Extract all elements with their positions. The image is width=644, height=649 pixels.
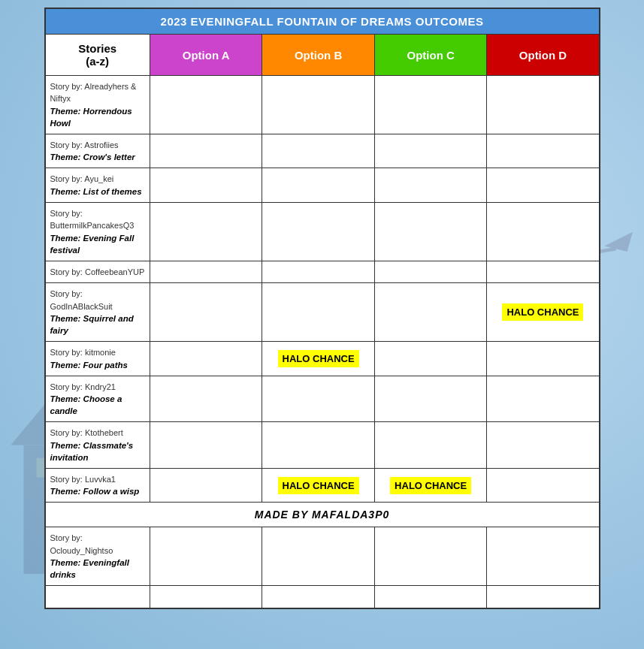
data-cell-optiona [150,527,262,586]
data-cell-optiond [487,134,600,168]
data-cell-optionc [374,283,487,342]
data-cell-optionc [374,342,487,376]
story-theme: Theme: Squirrel and fairy [50,314,134,335]
halo-chance-badge: HALO CHANCE [278,477,359,494]
table-row: Story by: AstrofiiesTheme: Crow's letter [45,134,600,168]
data-cell [487,586,600,608]
data-cell-optionc [374,202,487,261]
divider-row: MADE BY MAFALDA3P0 [45,503,600,527]
table-row: Story by: GodInABlackSuitTheme: Squirrel… [45,283,600,342]
table-row: Story by: Ocloudy_NightsoTheme: Eveningf… [45,527,600,586]
story-cell: Story by: AstrofiiesTheme: Crow's letter [45,134,150,168]
data-cell-optiona [150,376,262,422]
data-cell-optiond [487,261,600,282]
table-row: Story by: Kndry21Theme: Choose a candle [45,376,600,422]
story-author: Story by: Ktothebert [50,428,123,437]
story-theme: Theme: List of themes [50,187,142,196]
outcomes-table: 2023 EVENINGFALL FOUNTAIN OF DREAMS OUTC… [44,8,600,609]
data-cell-optionb [262,422,375,469]
story-cell: Story by: Ocloudy_NightsoTheme: Eveningf… [45,527,150,586]
data-cell-optionb [262,76,375,134]
story-author: Story by: Astrofiies [50,140,119,149]
story-cell: Story by: Luvvka1Theme: Follow a wisp [45,468,150,502]
title-row: 2023 EVENINGFALL FOUNTAIN OF DREAMS OUTC… [45,8,600,35]
data-cell-optionb: HALO CHANCE [262,342,375,376]
table-title: 2023 EVENINGFALL FOUNTAIN OF DREAMS OUTC… [45,8,600,35]
data-cell-optiond [487,342,600,376]
data-cell-optionc [374,134,487,168]
data-cell [150,586,262,608]
data-cell-optiond [487,376,600,422]
story-theme: Theme: Classmate's invitation [50,441,134,462]
data-cell-optiond [487,527,600,586]
data-cell-optionb [262,134,375,168]
data-cell-optiona [150,168,262,202]
data-cell-optiond [487,76,600,134]
data-cell-optiond [487,468,600,502]
story-theme: Theme: Horrendous Howl [50,107,132,128]
halo-chance-badge: HALO CHANCE [502,303,583,321]
table-row: Story by: ButtermilkPancakesQ3Theme: Eve… [45,202,600,261]
story-author: Story by: Ocloudy_Nightso [50,533,113,554]
table-row: Story by: CoffeebeanYUP [45,261,600,282]
story-author: Story by: ButtermilkPancakesQ3 [50,209,135,230]
halo-chance-badge: HALO CHANCE [390,477,471,494]
data-cell-optionb: HALO CHANCE [262,468,375,502]
data-cell-optionc [374,168,487,202]
data-cell-optionb [262,202,375,261]
divider-text: MADE BY MAFALDA3P0 [45,503,600,527]
story-theme: Theme: Evening Fall festival [50,234,135,255]
data-cell-optiona [150,261,262,282]
story-author: Story by: CoffeebeanYUP [50,267,145,276]
data-cell-optiona [150,134,262,168]
data-cell-optionc [374,422,487,469]
data-cell-optionc [374,527,487,586]
data-cell [262,586,375,608]
story-theme: Theme: Eveningfall drinks [50,558,129,579]
data-cell-optiona [150,468,262,502]
header-option-d: Option D [487,35,600,76]
header-option-b: Option B [262,35,375,76]
story-theme: Theme: Crow's letter [50,152,135,161]
story-author: Story by: kitmonie [50,348,116,357]
halo-chance-badge: HALO CHANCE [278,350,359,367]
table-row: Story by: kitmonieTheme: Four pathsHALO … [45,342,600,376]
data-cell-optionb [262,527,375,586]
header-stories: Stories(a-z) [45,35,150,76]
data-cell-optiond: HALO CHANCE [487,283,600,342]
story-cell: Story by: Ayu_keiTheme: List of themes [45,168,150,202]
table-row: Story by: Alreadyhers & NiftyxTheme: Hor… [45,76,600,134]
data-cell [374,586,487,608]
story-theme: Theme: Follow a wisp [50,487,140,496]
story-author: Story by: GodInABlackSuit [50,289,113,310]
data-cell-optionc [374,376,487,422]
story-cell: Story by: GodInABlackSuitTheme: Squirrel… [45,283,150,342]
story-cell: Story by: Alreadyhers & NiftyxTheme: Hor… [45,76,150,134]
data-cell-optiona [150,342,262,376]
story-theme: Theme: Four paths [50,361,128,370]
table-container: 2023 EVENINGFALL FOUNTAIN OF DREAMS OUTC… [44,8,600,609]
story-cell: Story by: KtothebertTheme: Classmate's i… [45,422,150,469]
table-row: Story by: Luvvka1Theme: Follow a wispHAL… [45,468,600,502]
header-option-a: Option A [150,35,262,76]
story-cell: Story by: Kndry21Theme: Choose a candle [45,376,150,422]
header-row: Stories(a-z) Option A Option B Option C … [45,35,600,76]
data-cell-optiond [487,168,600,202]
header-option-c: Option C [374,35,487,76]
story-author: Story by: Ayu_kei [50,174,114,183]
data-cell-optionc [374,261,487,282]
table-row: Story by: KtothebertTheme: Classmate's i… [45,422,600,469]
data-cell-optionb [262,283,375,342]
story-author: Story by: Alreadyhers & Niftyx [50,82,137,103]
table-row [45,586,600,608]
data-cell-optiona [150,202,262,261]
data-cell-optionb [262,168,375,202]
data-cell-optionb [262,261,375,282]
data-cell-optiond [487,202,600,261]
data-cell-optiona [150,283,262,342]
data-cell-optionb [262,376,375,422]
story-author: Story by: Luvvka1 [50,475,116,484]
table-row: Story by: Ayu_keiTheme: List of themes [45,168,600,202]
story-author: Story by: Kndry21 [50,382,116,391]
story-cell: Story by: ButtermilkPancakesQ3Theme: Eve… [45,202,150,261]
